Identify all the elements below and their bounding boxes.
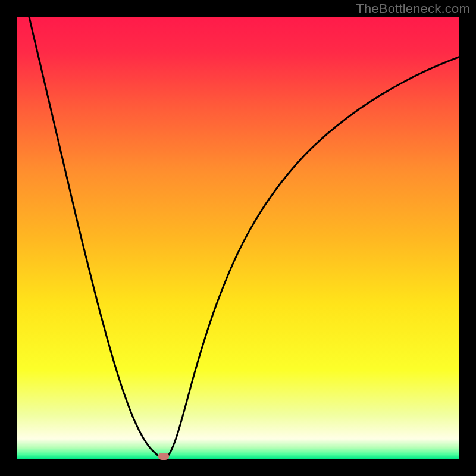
bottleneck-plot bbox=[17, 17, 459, 459]
watermark-text: TheBottleneck.com bbox=[356, 1, 470, 17]
optimum-marker bbox=[158, 453, 169, 460]
gradient-background bbox=[17, 17, 459, 459]
chart-frame: TheBottleneck.com bbox=[0, 0, 476, 476]
